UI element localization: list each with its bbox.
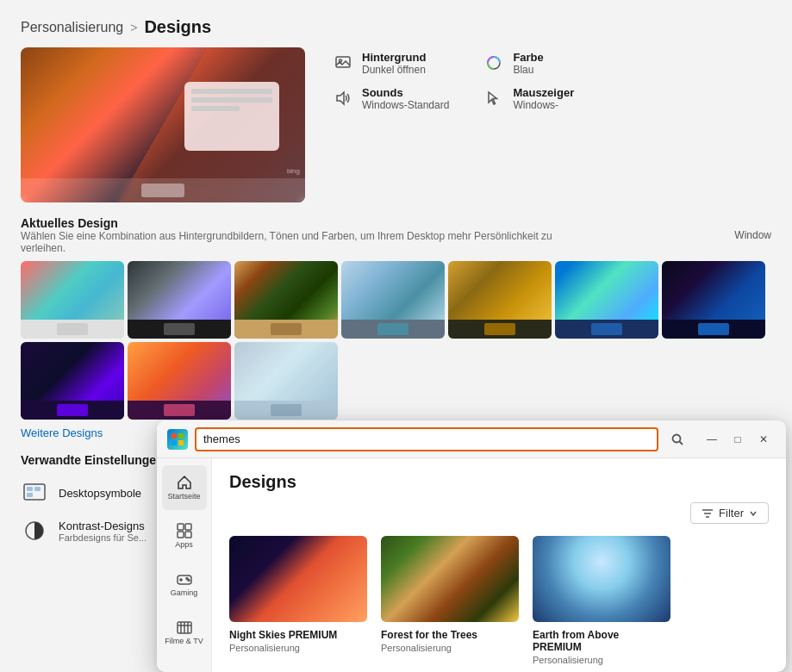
svg-rect-6	[27, 493, 33, 497]
image-icon	[333, 53, 353, 73]
related-contrast-text: Kontrast-Designs Farbdesigns für Se...	[59, 520, 147, 543]
breadcrumb-current: Designs	[144, 17, 211, 37]
svg-marker-3	[337, 92, 344, 104]
store-filter-button[interactable]: Filter	[690, 502, 769, 524]
svg-rect-4	[24, 484, 45, 500]
theme-item-10[interactable]	[234, 342, 338, 420]
sidebar-gaming-label: Gaming	[171, 589, 198, 598]
store-window-controls: — □ ✕	[700, 427, 776, 451]
store-item-3[interactable]: Earth from Above PREMIUM Personalisierun…	[533, 536, 670, 665]
preview-section: bing Hintergrund Dunkel öffnen	[0, 47, 792, 202]
qs-sounds-value: Windows-Standard	[362, 99, 449, 111]
current-design-action: Window	[734, 229, 771, 241]
svg-rect-12	[178, 440, 184, 445]
theme-taskbar-4	[341, 320, 445, 339]
sidebar-item-home[interactable]: Startseite	[162, 465, 207, 510]
current-design-desc: Wählen Sie eine Kombination aus Hintergr…	[21, 230, 581, 254]
qs-mauszeiger[interactable]: Mauszeiger Windows-	[483, 86, 600, 111]
store-app-icon	[167, 429, 188, 450]
store-overlay: — □ ✕ Startseite Apps	[157, 420, 786, 672]
breadcrumb-separator: >	[130, 21, 137, 34]
store-search-input[interactable]	[195, 427, 658, 451]
window-line-3	[191, 106, 240, 111]
related-desktop-title: Desktopsymbole	[59, 487, 141, 500]
theme-taskbar-9	[128, 401, 231, 420]
store-item-name-3: Earth from Above PREMIUM	[533, 629, 670, 653]
theme-taskbar-10	[234, 401, 338, 420]
store-content: Designs Filter Night Ski	[212, 458, 786, 672]
qs-farbe[interactable]: Farbe Blau	[483, 51, 600, 76]
store-close-button[interactable]: ✕	[751, 427, 776, 451]
theme-item-7[interactable]	[662, 261, 765, 339]
desktop-preview: bing	[21, 47, 305, 202]
store-sidebar: Startseite Apps Gamin	[157, 458, 212, 672]
related-desktop-text: Desktopsymbole	[59, 487, 141, 500]
theme-item-2[interactable]	[128, 261, 231, 339]
more-designs-link[interactable]: Weitere Designs	[21, 426, 103, 439]
store-maximize-button[interactable]: □	[726, 427, 750, 451]
sidebar-filme-label: Filme & TV	[165, 638, 203, 646]
breadcrumb: Personalisierung > Designs	[0, 0, 792, 47]
theme-taskbar-btn-9	[164, 404, 195, 416]
qs-sounds[interactable]: Sounds Windows-Standard	[333, 86, 449, 111]
theme-taskbar-8	[21, 401, 124, 420]
store-item-1[interactable]: Night Skies PREMIUM Personalisierung	[229, 536, 367, 665]
sidebar-apps-label: Apps	[175, 541, 193, 550]
sidebar-item-apps[interactable]: Apps	[162, 513, 207, 558]
theme-taskbar-2	[128, 320, 231, 339]
theme-taskbar-5	[448, 320, 552, 339]
theme-item-4[interactable]	[341, 261, 445, 339]
taskbar-btn-preview	[141, 184, 184, 197]
qs-hintergrund[interactable]: Hintergrund Dunkel öffnen	[333, 51, 449, 76]
store-item-cat-3: Personalisierung	[533, 655, 670, 665]
sidebar-home-label: Startseite	[167, 493, 200, 501]
window-line-2	[191, 97, 272, 103]
theme-item-9[interactable]	[128, 342, 231, 420]
svg-rect-16	[185, 524, 191, 530]
theme-item-1[interactable]	[21, 261, 124, 339]
store-item-name-2: Forest for the Trees	[381, 629, 519, 641]
theme-item-8[interactable]	[21, 342, 124, 420]
current-design-section: Aktuelles Design Wählen Sie eine Kombina…	[21, 216, 771, 254]
theme-item-6[interactable]	[555, 261, 658, 339]
sidebar-item-gaming[interactable]: Gaming	[162, 562, 207, 607]
svg-point-23	[188, 580, 190, 582]
svg-rect-10	[178, 433, 184, 439]
theme-item-3[interactable]	[234, 261, 338, 339]
related-contrast-title: Kontrast-Designs	[59, 520, 147, 532]
store-item-cat-2: Personalisierung	[381, 643, 519, 653]
store-search-button[interactable]	[665, 427, 689, 451]
breadcrumb-parent[interactable]: Personalisierung	[21, 20, 123, 35]
store-item-name-1: Night Skies PREMIUM	[229, 629, 367, 641]
svg-point-22	[186, 578, 188, 580]
svg-rect-9	[171, 433, 177, 439]
svg-rect-17	[178, 532, 184, 538]
sound-icon	[333, 88, 353, 109]
store-filter-row: Filter	[229, 502, 769, 524]
theme-taskbar-btn-3	[271, 323, 302, 335]
store-minimize-button[interactable]: —	[700, 427, 724, 451]
filter-label: Filter	[719, 507, 744, 520]
contrast-icon	[21, 517, 48, 544]
cursor-icon	[483, 88, 504, 109]
store-item-thumb-3	[533, 536, 670, 622]
store-item-cat-1: Personalisierung	[229, 643, 367, 653]
sidebar-item-filme[interactable]: Filme & TV	[162, 610, 207, 655]
svg-rect-0	[336, 57, 350, 67]
theme-taskbar-3	[234, 320, 338, 339]
window-line-1	[191, 89, 272, 94]
theme-taskbar-btn-1	[57, 323, 88, 335]
themes-grid-row2	[0, 342, 792, 420]
qs-mauszeiger-value: Windows-	[513, 99, 574, 111]
svg-rect-11	[171, 440, 177, 445]
theme-taskbar-btn-2	[164, 323, 195, 335]
store-content-title: Designs	[229, 472, 769, 492]
theme-taskbar-btn-4	[377, 323, 408, 335]
svg-rect-5	[27, 487, 33, 491]
store-item-2[interactable]: Forest for the Trees Personalisierung	[381, 536, 519, 665]
related-contrast-sub: Farbdesigns für Se...	[59, 532, 147, 543]
svg-rect-15	[178, 524, 184, 530]
color-icon	[483, 53, 504, 73]
theme-taskbar-btn-5	[484, 323, 515, 335]
theme-item-5[interactable]	[448, 261, 552, 339]
